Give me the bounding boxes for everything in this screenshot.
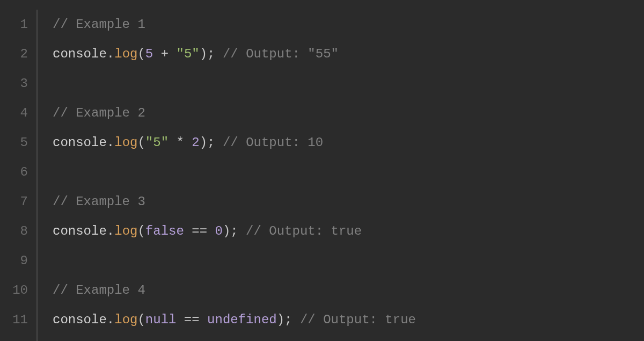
code-line[interactable]: console.log(false == 0); // Output: true bbox=[53, 216, 644, 246]
code-editor[interactable]: 1 2 3 4 5 6 7 8 9 10 11 // Example 1cons… bbox=[0, 10, 644, 341]
code-token: console bbox=[53, 47, 107, 61]
code-area[interactable]: // Example 1console.log(5 + "5"); // Out… bbox=[38, 10, 644, 341]
code-line[interactable] bbox=[53, 69, 644, 98]
code-token: ); bbox=[223, 224, 238, 238]
code-token: // Output: 10 bbox=[215, 135, 324, 150]
code-token: false bbox=[145, 224, 184, 238]
code-token: ( bbox=[137, 224, 145, 238]
code-token: ( bbox=[137, 135, 145, 150]
code-token: 5 bbox=[145, 47, 153, 61]
code-line[interactable] bbox=[53, 157, 644, 187]
code-line[interactable]: // Example 1 bbox=[53, 10, 644, 39]
code-token: ); bbox=[200, 47, 215, 61]
code-token: + bbox=[153, 47, 176, 61]
code-token: "5" bbox=[145, 135, 169, 150]
code-token: // Example 2 bbox=[53, 106, 145, 120]
line-number-gutter: 1 2 3 4 5 6 7 8 9 10 11 bbox=[0, 10, 38, 341]
line-number: 2 bbox=[0, 39, 28, 69]
line-number: 5 bbox=[0, 128, 28, 157]
line-number: 10 bbox=[0, 275, 28, 305]
code-token: // Example 4 bbox=[53, 283, 145, 298]
code-token: "5" bbox=[176, 47, 199, 61]
code-token: 0 bbox=[215, 224, 222, 238]
line-number: 4 bbox=[0, 98, 28, 128]
code-token: null bbox=[145, 313, 177, 327]
line-number: 9 bbox=[0, 246, 28, 275]
code-line[interactable]: console.log("5" * 2); // Output: 10 bbox=[53, 128, 644, 157]
code-token: log bbox=[114, 47, 137, 61]
code-token: // Example 1 bbox=[53, 17, 145, 32]
code-line[interactable]: // Example 3 bbox=[53, 187, 644, 216]
code-token: // Output: true bbox=[238, 224, 362, 238]
code-line[interactable]: // Example 4 bbox=[53, 275, 644, 305]
code-token: // Output: true bbox=[292, 313, 416, 327]
code-token: . bbox=[107, 47, 114, 61]
code-token: // Example 3 bbox=[53, 194, 145, 209]
code-token: log bbox=[114, 313, 137, 327]
code-token: console bbox=[53, 224, 107, 238]
code-token: console bbox=[53, 135, 107, 150]
code-token: // Output: "55" bbox=[215, 47, 339, 61]
code-token: ); bbox=[277, 313, 292, 327]
line-number: 8 bbox=[0, 216, 28, 246]
code-line[interactable]: console.log(null == undefined); // Outpu… bbox=[53, 305, 644, 335]
code-token: ( bbox=[137, 47, 145, 61]
code-token: == bbox=[176, 313, 207, 327]
code-token: undefined bbox=[207, 313, 277, 327]
code-line[interactable]: console.log(5 + "5"); // Output: "55" bbox=[53, 39, 644, 69]
code-token: console bbox=[53, 313, 107, 327]
line-number: 6 bbox=[0, 157, 28, 187]
code-token: * bbox=[169, 135, 192, 150]
code-token: 2 bbox=[192, 135, 199, 150]
code-token: == bbox=[184, 224, 215, 238]
code-token: log bbox=[114, 224, 137, 238]
line-number: 3 bbox=[0, 69, 28, 98]
code-line[interactable] bbox=[53, 246, 644, 275]
line-number: 1 bbox=[0, 10, 28, 39]
code-token: . bbox=[107, 224, 114, 238]
code-token: ( bbox=[137, 313, 145, 327]
code-token: log bbox=[114, 135, 137, 150]
code-token: . bbox=[107, 135, 114, 150]
code-token: ); bbox=[200, 135, 215, 150]
code-line[interactable]: // Example 2 bbox=[53, 98, 644, 128]
line-number: 7 bbox=[0, 187, 28, 216]
code-token: . bbox=[107, 313, 114, 327]
line-number: 11 bbox=[0, 305, 28, 335]
